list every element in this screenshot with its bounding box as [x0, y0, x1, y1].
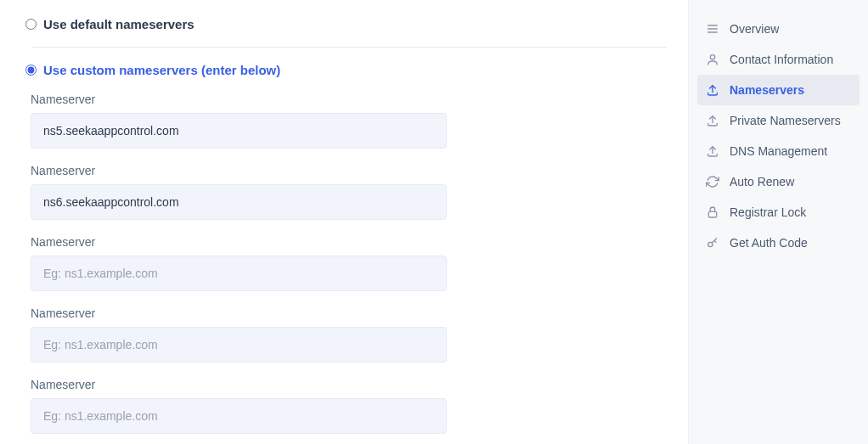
sidebar-item-label: DNS Management: [730, 144, 827, 158]
nameserver-label: Nameserver: [31, 235, 667, 249]
nameserver-input-3[interactable]: [31, 256, 447, 291]
nameserver-field-3: Nameserver: [31, 235, 667, 291]
nameserver-input-1[interactable]: [31, 113, 447, 149]
nameserver-field-2: Nameserver: [31, 164, 667, 220]
sidebar-item-label: Registrar Lock: [730, 205, 806, 219]
main-content: Use default nameservers Use custom names…: [0, 0, 688, 444]
nameserver-form: Nameserver Nameserver Nameserver Nameser…: [25, 93, 667, 434]
nameserver-input-2[interactable]: [31, 184, 447, 220]
option-custom-row: Use custom nameservers (enter below): [25, 63, 667, 77]
sidebar-item-private-nameservers[interactable]: Private Nameservers: [697, 105, 860, 136]
sidebar-item-contact-information[interactable]: Contact Information: [697, 44, 860, 75]
nameserver-label: Nameserver: [31, 306, 667, 320]
sidebar-item-label: Get Auth Code: [730, 236, 808, 250]
sidebar-item-label: Auto Renew: [730, 175, 794, 188]
nameserver-input-4[interactable]: [31, 327, 447, 363]
nameserver-input-5[interactable]: [31, 398, 447, 434]
radio-default[interactable]: [25, 19, 37, 30]
user-icon: [706, 53, 719, 66]
svg-point-3: [710, 55, 714, 59]
sidebar-item-label: Private Nameservers: [730, 114, 841, 127]
nameserver-label: Nameserver: [31, 164, 667, 177]
sidebar-item-label: Nameservers: [730, 83, 804, 97]
nameserver-label: Nameserver: [31, 93, 667, 106]
sidebar: Overview Contact Information Nameservers…: [688, 0, 868, 444]
radio-custom-label[interactable]: Use custom nameservers (enter below): [43, 63, 280, 77]
nameserver-label: Nameserver: [31, 378, 667, 391]
sidebar-item-label: Overview: [730, 22, 779, 36]
sidebar-item-nameservers[interactable]: Nameservers: [697, 75, 860, 105]
sidebar-item-dns-management[interactable]: DNS Management: [697, 136, 860, 166]
sidebar-item-get-auth-code[interactable]: Get Auth Code: [697, 228, 860, 258]
radio-default-label[interactable]: Use default nameservers: [43, 17, 194, 31]
sidebar-item-auto-renew[interactable]: Auto Renew: [697, 166, 860, 197]
nameserver-field-5: Nameserver: [31, 378, 667, 434]
upload-icon: [706, 114, 719, 127]
key-icon: [706, 236, 719, 250]
lock-icon: [706, 205, 719, 219]
nameserver-field-1: Nameserver: [31, 93, 667, 149]
sidebar-item-overview[interactable]: Overview: [697, 14, 860, 44]
upload-icon: [706, 83, 719, 97]
divider: [32, 47, 667, 48]
upload-icon: [706, 144, 719, 158]
sidebar-item-registrar-lock[interactable]: Registrar Lock: [697, 197, 860, 228]
sidebar-item-label: Contact Information: [730, 53, 833, 66]
refresh-icon: [706, 175, 719, 188]
nameserver-field-4: Nameserver: [31, 306, 667, 363]
option-default-row: Use default nameservers: [25, 17, 667, 31]
list-icon: [706, 22, 719, 36]
radio-custom[interactable]: [25, 65, 37, 76]
svg-rect-7: [708, 211, 716, 217]
